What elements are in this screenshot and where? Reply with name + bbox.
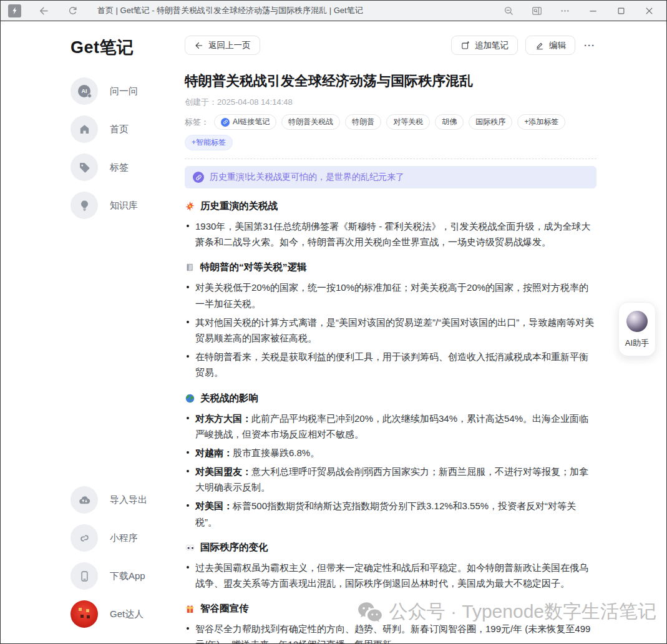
ai-chat-icon: AI <box>71 77 98 105</box>
browser-page-title: 首页 | Get笔记 - 特朗普关税战引发全球经济动荡与国际秩序混乱 | Get… <box>97 5 500 16</box>
created-label: 创建于： <box>185 97 217 107</box>
eyes-icon <box>185 542 195 553</box>
app-window: 首页 | Get笔记 - 特朗普关税战引发全球经济动荡与国际秩序混乱 | Get… <box>0 0 667 644</box>
sidebar-item-label: 导入导出 <box>110 494 147 506</box>
burst-icon <box>185 201 195 212</box>
sidebar-item-label: Get达人 <box>110 608 144 620</box>
dashed-divider <box>185 159 596 159</box>
sidebar-item-tags[interactable]: 标签 <box>71 154 185 181</box>
back-to-previous-button[interactable]: 返回上一页 <box>185 36 260 55</box>
append-note-icon <box>460 41 470 51</box>
bullet-text: 在特朗普看来，关税是获取利益的便利工具，用于谈判筹码、创造收入抵消减税成本和重新… <box>195 351 588 378</box>
sphere-icon <box>626 311 648 332</box>
tag-label: 胡佛 <box>442 117 457 127</box>
miniapp-icon <box>71 524 98 552</box>
search-panel-icon[interactable] <box>528 2 545 19</box>
ai-assistant-label: AI助手 <box>625 338 649 349</box>
globe-icon <box>185 393 195 404</box>
bullet-lead: 对东方大国： <box>195 413 251 424</box>
note-section: 历史重演的关税战1930年，美国第31任总统胡佛签署《斯穆特 - 霍利关税法》，… <box>185 200 596 250</box>
tag-pill[interactable]: 对等关税 <box>386 114 430 130</box>
bullet-text: 其对他国关税的计算方式离谱，是“美国对该国的贸易逆差”/“美国对该国的出口”，导… <box>195 317 594 343</box>
quote-text: 历史重演!比关税战更可怕的，是世界的乱纪元来了 <box>210 172 404 183</box>
link-icon <box>193 172 204 183</box>
sidebar-item-knowledge-base[interactable]: 知识库 <box>71 192 185 219</box>
bullet-text: 对美关税低于20%的国家，统一按10%的标准加征；对美关税高于20%的国家，按照… <box>195 282 588 308</box>
smart-tag-button[interactable]: +智能标签 <box>185 135 233 150</box>
sidebar-item-mini-program[interactable]: 小程序 <box>71 524 185 552</box>
link-icon <box>221 118 230 127</box>
source-link-quote[interactable]: 历史重演!比关税战更可怕的，是世界的乱纪元来了 <box>185 166 596 188</box>
sidebar-item-download-app[interactable]: 下载App <box>71 562 185 590</box>
tag-icon <box>71 154 98 181</box>
tag-pill[interactable]: AI链接笔记 <box>214 114 276 130</box>
tag-list: AI链接笔记特朗普关税战特朗普对等关税胡佛国际秩序 <box>214 114 512 130</box>
page-content: Get笔记 AI问一问首页标签知识库 导入导出小程序下载AppGet达人 返回上… <box>1 21 666 643</box>
section-title: 历史重演的关税战 <box>200 200 278 213</box>
ai-assistant-button[interactable]: AI助手 <box>618 302 656 356</box>
zoom-out-icon[interactable] <box>500 2 517 19</box>
getdaren-avatar <box>71 600 98 628</box>
tag-label: AI链接笔记 <box>233 117 270 127</box>
back-arrow-icon <box>194 41 204 51</box>
sidebar-item-label: 下载App <box>110 570 145 582</box>
browser-titlebar: 首页 | Get笔记 - 特朗普关税战引发全球经济动荡与国际秩序混乱 | Get… <box>1 1 666 21</box>
minimize-icon[interactable] <box>584 2 601 19</box>
back-button-label: 返回上一页 <box>208 40 251 51</box>
note-section: 国际秩序的变化过去美国霸权虽为霸权主义，但带来一定确定性和战后和平稳定。如今特朗… <box>185 541 596 591</box>
section-bullet-list: 对美关税低于20%的国家，统一按10%的标准加征；对美关税高于20%的国家，按照… <box>185 280 596 380</box>
bullet-item: 对越南：股市直接暴跌6.8%。 <box>185 445 596 461</box>
close-icon[interactable] <box>640 2 658 19</box>
bullet-lead: 对越南： <box>195 447 233 458</box>
bullet-item: 过去美国霸权虽为霸权主义，但带来一定确定性和战后和平稳定。如今特朗普新政让美国在… <box>185 560 596 591</box>
bullet-lead: 对美国： <box>195 500 233 511</box>
bullet-text: 此前产品平均税率已冲到20%，此次继续加码34%，累计高达54%。出海企业面临严… <box>195 413 588 439</box>
bullet-item: 对东方大国：此前产品平均税率已冲到20%，此次继续加码34%，累计高达54%。出… <box>185 411 596 442</box>
section-bullet-list: 过去美国霸权虽为霸权主义，但带来一定确定性和战后和平稳定。如今特朗普新政让美国在… <box>185 560 596 591</box>
sidebar-item-ask[interactable]: AI问一问 <box>71 77 185 105</box>
sidebar-item-label: 问一问 <box>110 85 138 97</box>
tag-pill[interactable]: 国际秩序 <box>469 114 512 130</box>
add-tag-button[interactable]: +添加标签 <box>517 114 565 130</box>
section-title: 特朗普的“对等关税”逻辑 <box>200 261 307 274</box>
sidebar-item-import-export[interactable]: 导入导出 <box>71 486 185 514</box>
bullet-text: 智谷尽全力帮助找到有确定性的方向、趋势、研判。新春订阅智谷圈，199元/年 (未… <box>195 623 590 644</box>
browser-back-button[interactable] <box>35 2 52 19</box>
titlebar-controls <box>500 2 658 19</box>
append-note-button[interactable]: 追加笔记 <box>451 36 518 55</box>
sidebar: Get笔记 AI问一问首页标签知识库 导入导出小程序下载AppGet达人 <box>1 21 185 643</box>
edit-button[interactable]: 编辑 <box>525 36 575 55</box>
tag-pill[interactable]: 特朗普 <box>345 114 381 130</box>
bullet-text: 股市直接暴跌6.8%。 <box>233 447 319 458</box>
bullet-text: 意大利总理呼吁贸易战会削弱西方国家实力；新西兰屈服，不进行对等报复；加拿大明确表… <box>195 466 588 492</box>
sidebar-item-label: 知识库 <box>110 200 138 212</box>
app-icon <box>8 4 21 17</box>
maximize-icon[interactable] <box>612 2 630 19</box>
browser-refresh-button[interactable] <box>64 2 81 19</box>
cloud-icon <box>71 486 98 514</box>
bullet-text: 标普500指数期货和纳斯达克指数期货分别下跌3.12%和3.55%，投资者反对“… <box>195 500 576 527</box>
sidebar-nav-top: AI问一问首页标签知识库 <box>71 77 185 219</box>
note-created-line: 创建于：2025-04-08 14:14:48 <box>185 97 596 108</box>
sidebar-item-label: 首页 <box>110 124 129 135</box>
tag-pill[interactable]: 胡佛 <box>435 114 464 130</box>
edit-pencil-icon <box>535 41 545 51</box>
note-more-button[interactable]: ··· <box>583 40 596 51</box>
bullet-lead: 对美国盟友： <box>195 466 251 477</box>
created-timestamp: 2025-04-08 14:14:48 <box>217 97 293 107</box>
browser-more-icon[interactable] <box>556 2 573 19</box>
note-sections: 历史重演的关税战1930年，美国第31任总统胡佛签署《斯穆特 - 霍利关税法》，… <box>185 200 596 644</box>
section-title: 关税战的影响 <box>200 392 258 405</box>
tag-label: 对等关税 <box>393 117 423 127</box>
main-content: 返回上一页 追加笔记 编辑 ··· 特朗普关税战引发全 <box>185 21 666 643</box>
sidebar-item-home[interactable]: 首页 <box>71 115 185 143</box>
sidebar-item-label: 小程序 <box>110 532 138 544</box>
sidebar-item-get-daren[interactable]: Get达人 <box>71 600 185 628</box>
tag-pill[interactable]: 特朗普关税战 <box>281 114 340 130</box>
tag-label: 特朗普 <box>352 117 374 127</box>
bullet-item: 1930年，美国第31任总统胡佛签署《斯穆特 - 霍利关税法》，引发关税战全面升… <box>185 218 596 250</box>
section-header: 国际秩序的变化 <box>185 541 596 554</box>
tag-label: 特朗普关税战 <box>288 117 333 127</box>
section-header: 关税战的影响 <box>185 392 596 405</box>
scroll-icon <box>185 262 195 273</box>
